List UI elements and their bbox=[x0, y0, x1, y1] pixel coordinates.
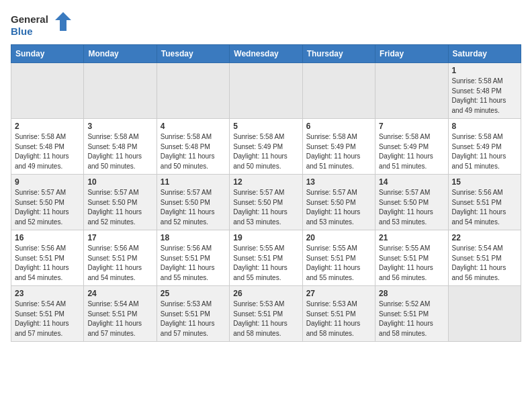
day-number: 15 bbox=[452, 177, 517, 187]
calendar-cell: 15Sunrise: 5:56 AM Sunset: 5:51 PM Dayli… bbox=[448, 175, 521, 230]
day-info: Sunrise: 5:57 AM Sunset: 5:50 PM Dayligh… bbox=[161, 188, 226, 227]
day-info: Sunrise: 5:58 AM Sunset: 5:48 PM Dayligh… bbox=[15, 132, 80, 171]
calendar-cell: 23Sunrise: 5:54 AM Sunset: 5:51 PM Dayli… bbox=[11, 286, 84, 342]
svg-text:General: General bbox=[11, 13, 48, 25]
day-header-friday: Friday bbox=[375, 45, 448, 63]
calendar-header: SundayMondayTuesdayWednesdayThursdayFrid… bbox=[11, 45, 521, 63]
day-number: 27 bbox=[306, 289, 371, 298]
calendar-cell bbox=[157, 63, 229, 119]
day-info: Sunrise: 5:58 AM Sunset: 5:49 PM Dayligh… bbox=[379, 132, 444, 171]
calendar-cell bbox=[11, 63, 84, 119]
day-info: Sunrise: 5:53 AM Sunset: 5:51 PM Dayligh… bbox=[161, 300, 226, 338]
day-info: Sunrise: 5:57 AM Sunset: 5:50 PM Dayligh… bbox=[379, 188, 444, 227]
calendar-cell: 13Sunrise: 5:57 AM Sunset: 5:50 PM Dayli… bbox=[302, 175, 375, 230]
day-number: 26 bbox=[233, 289, 298, 298]
calendar-cell: 14Sunrise: 5:57 AM Sunset: 5:50 PM Dayli… bbox=[375, 175, 448, 230]
day-info: Sunrise: 5:56 AM Sunset: 5:51 PM Dayligh… bbox=[161, 244, 226, 283]
calendar-cell: 1Sunrise: 5:58 AM Sunset: 5:48 PM Daylig… bbox=[448, 63, 521, 119]
page-header: General Blue bbox=[11, 11, 521, 39]
day-info: Sunrise: 5:52 AM Sunset: 5:51 PM Dayligh… bbox=[379, 300, 444, 338]
day-info: Sunrise: 5:58 AM Sunset: 5:49 PM Dayligh… bbox=[306, 132, 371, 171]
calendar-cell: 18Sunrise: 5:56 AM Sunset: 5:51 PM Dayli… bbox=[157, 230, 229, 286]
day-number: 11 bbox=[161, 177, 226, 187]
day-number: 7 bbox=[379, 122, 444, 131]
day-number: 25 bbox=[161, 289, 226, 298]
calendar-week-0: 1Sunrise: 5:58 AM Sunset: 5:48 PM Daylig… bbox=[11, 63, 521, 119]
calendar-cell: 7Sunrise: 5:58 AM Sunset: 5:49 PM Daylig… bbox=[375, 119, 448, 175]
day-number: 16 bbox=[15, 233, 80, 242]
calendar-cell: 3Sunrise: 5:58 AM Sunset: 5:48 PM Daylig… bbox=[84, 119, 157, 175]
day-number: 22 bbox=[452, 233, 517, 242]
svg-text:Blue: Blue bbox=[11, 26, 33, 37]
day-number: 9 bbox=[15, 177, 80, 187]
calendar-table: SundayMondayTuesdayWednesdayThursdayFrid… bbox=[11, 44, 521, 342]
logo: General Blue bbox=[11, 11, 71, 39]
day-info: Sunrise: 5:54 AM Sunset: 5:51 PM Dayligh… bbox=[15, 300, 80, 338]
calendar-week-3: 16Sunrise: 5:56 AM Sunset: 5:51 PM Dayli… bbox=[11, 230, 521, 286]
day-info: Sunrise: 5:57 AM Sunset: 5:50 PM Dayligh… bbox=[306, 188, 371, 227]
calendar-cell: 21Sunrise: 5:55 AM Sunset: 5:51 PM Dayli… bbox=[375, 230, 448, 286]
day-info: Sunrise: 5:56 AM Sunset: 5:51 PM Dayligh… bbox=[452, 188, 517, 227]
calendar-week-2: 9Sunrise: 5:57 AM Sunset: 5:50 PM Daylig… bbox=[11, 175, 521, 230]
day-header-thursday: Thursday bbox=[302, 45, 375, 63]
day-header-wednesday: Wednesday bbox=[230, 45, 302, 63]
day-info: Sunrise: 5:56 AM Sunset: 5:51 PM Dayligh… bbox=[87, 244, 152, 283]
day-number: 21 bbox=[379, 233, 444, 242]
calendar-cell: 28Sunrise: 5:52 AM Sunset: 5:51 PM Dayli… bbox=[375, 286, 448, 342]
day-info: Sunrise: 5:58 AM Sunset: 5:49 PM Dayligh… bbox=[233, 132, 298, 171]
calendar-cell: 20Sunrise: 5:55 AM Sunset: 5:51 PM Dayli… bbox=[302, 230, 375, 286]
day-number: 4 bbox=[161, 122, 226, 131]
day-info: Sunrise: 5:55 AM Sunset: 5:51 PM Dayligh… bbox=[379, 244, 444, 283]
calendar-cell: 2Sunrise: 5:58 AM Sunset: 5:48 PM Daylig… bbox=[11, 119, 84, 175]
day-number: 19 bbox=[233, 233, 298, 242]
day-number: 3 bbox=[87, 122, 152, 131]
calendar-cell: 17Sunrise: 5:56 AM Sunset: 5:51 PM Dayli… bbox=[84, 230, 157, 286]
calendar-cell: 8Sunrise: 5:58 AM Sunset: 5:49 PM Daylig… bbox=[448, 119, 521, 175]
day-info: Sunrise: 5:54 AM Sunset: 5:51 PM Dayligh… bbox=[452, 244, 517, 283]
svg-marker-2 bbox=[55, 12, 71, 31]
day-headers-row: SundayMondayTuesdayWednesdayThursdayFrid… bbox=[11, 45, 521, 63]
day-number: 14 bbox=[379, 177, 444, 187]
calendar-cell: 19Sunrise: 5:55 AM Sunset: 5:51 PM Dayli… bbox=[230, 230, 302, 286]
calendar-cell bbox=[375, 63, 448, 119]
day-info: Sunrise: 5:58 AM Sunset: 5:48 PM Dayligh… bbox=[452, 77, 517, 116]
day-info: Sunrise: 5:58 AM Sunset: 5:49 PM Dayligh… bbox=[452, 132, 517, 171]
calendar-cell: 24Sunrise: 5:54 AM Sunset: 5:51 PM Dayli… bbox=[84, 286, 157, 342]
logo-svg: General Blue bbox=[11, 11, 71, 39]
calendar-cell bbox=[302, 63, 375, 119]
calendar-cell: 6Sunrise: 5:58 AM Sunset: 5:49 PM Daylig… bbox=[302, 119, 375, 175]
day-info: Sunrise: 5:58 AM Sunset: 5:48 PM Dayligh… bbox=[87, 132, 152, 171]
day-info: Sunrise: 5:56 AM Sunset: 5:51 PM Dayligh… bbox=[15, 244, 80, 283]
day-header-monday: Monday bbox=[84, 45, 157, 63]
day-number: 17 bbox=[87, 233, 152, 242]
day-info: Sunrise: 5:55 AM Sunset: 5:51 PM Dayligh… bbox=[233, 244, 298, 283]
day-number: 13 bbox=[306, 177, 371, 187]
day-header-sunday: Sunday bbox=[11, 45, 84, 63]
day-number: 8 bbox=[452, 122, 517, 131]
calendar-cell: 22Sunrise: 5:54 AM Sunset: 5:51 PM Dayli… bbox=[448, 230, 521, 286]
calendar-cell: 12Sunrise: 5:57 AM Sunset: 5:50 PM Dayli… bbox=[230, 175, 302, 230]
day-number: 5 bbox=[233, 122, 298, 131]
calendar-cell: 11Sunrise: 5:57 AM Sunset: 5:50 PM Dayli… bbox=[157, 175, 229, 230]
calendar-cell: 27Sunrise: 5:53 AM Sunset: 5:51 PM Dayli… bbox=[302, 286, 375, 342]
calendar-cell: 5Sunrise: 5:58 AM Sunset: 5:49 PM Daylig… bbox=[230, 119, 302, 175]
calendar-week-1: 2Sunrise: 5:58 AM Sunset: 5:48 PM Daylig… bbox=[11, 119, 521, 175]
day-number: 2 bbox=[15, 122, 80, 131]
day-number: 23 bbox=[15, 289, 80, 298]
day-info: Sunrise: 5:53 AM Sunset: 5:51 PM Dayligh… bbox=[233, 300, 298, 338]
day-info: Sunrise: 5:57 AM Sunset: 5:50 PM Dayligh… bbox=[233, 188, 298, 227]
calendar-cell: 9Sunrise: 5:57 AM Sunset: 5:50 PM Daylig… bbox=[11, 175, 84, 230]
day-number: 1 bbox=[452, 66, 517, 75]
calendar-cell bbox=[448, 286, 521, 342]
calendar-week-4: 23Sunrise: 5:54 AM Sunset: 5:51 PM Dayli… bbox=[11, 286, 521, 342]
calendar-cell: 26Sunrise: 5:53 AM Sunset: 5:51 PM Dayli… bbox=[230, 286, 302, 342]
day-info: Sunrise: 5:53 AM Sunset: 5:51 PM Dayligh… bbox=[306, 300, 371, 338]
calendar-cell: 25Sunrise: 5:53 AM Sunset: 5:51 PM Dayli… bbox=[157, 286, 229, 342]
day-number: 6 bbox=[306, 122, 371, 131]
day-number: 10 bbox=[87, 177, 152, 187]
calendar-cell bbox=[230, 63, 302, 119]
calendar-cell: 16Sunrise: 5:56 AM Sunset: 5:51 PM Dayli… bbox=[11, 230, 84, 286]
day-info: Sunrise: 5:54 AM Sunset: 5:51 PM Dayligh… bbox=[87, 300, 152, 338]
day-header-saturday: Saturday bbox=[448, 45, 521, 63]
day-info: Sunrise: 5:55 AM Sunset: 5:51 PM Dayligh… bbox=[306, 244, 371, 283]
